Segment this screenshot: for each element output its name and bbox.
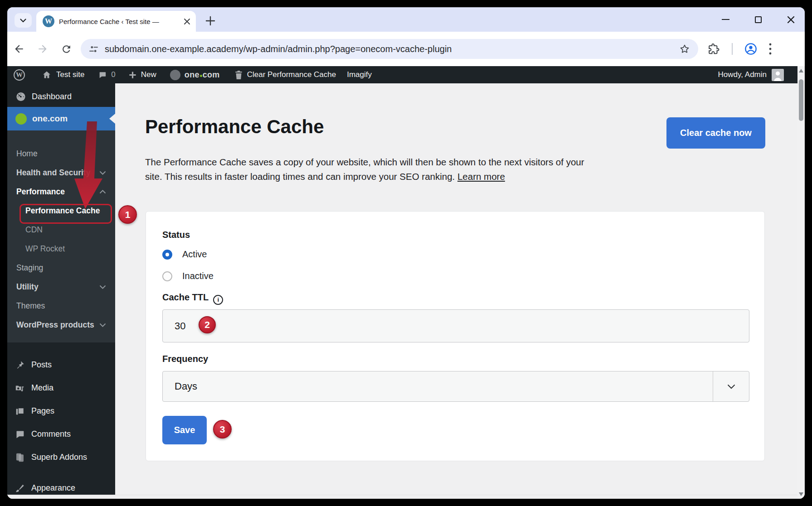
toolbar-divider — [732, 43, 733, 55]
wp-main-menu: Posts Media Pages Comments Superb Addons… — [7, 342, 115, 499]
save-button[interactable]: Save — [162, 416, 207, 444]
bookmark-star-icon[interactable] — [679, 43, 690, 54]
sidebar-item-comments[interactable]: Comments — [7, 423, 115, 446]
sidebar-item-wordpress-products[interactable]: WordPress products — [7, 315, 115, 334]
scroll-down-icon[interactable] — [797, 492, 805, 496]
extensions-icon[interactable] — [708, 43, 720, 55]
browser-toolbar: subdomain.one-example.academy/wp-admin/a… — [7, 32, 805, 66]
browser-window: W Performance Cache ‹ Test site — — [7, 7, 805, 499]
tab-close-icon[interactable] — [184, 18, 190, 25]
wordpress-logo-icon: W — [14, 69, 25, 81]
addons-icon — [15, 452, 25, 463]
admin-bar-imagify[interactable]: Imagify — [347, 70, 372, 79]
sidebar-item-utility[interactable]: Utility — [7, 277, 115, 296]
onecom-green-icon — [15, 113, 27, 125]
sidebar-item-posts[interactable]: Posts — [7, 353, 115, 376]
annotation-step-2: 2 — [199, 316, 216, 333]
admin-bar-onecom[interactable]: onecom — [170, 70, 220, 80]
sidebar-item-themes[interactable]: Themes — [7, 296, 115, 315]
site-controls-icon[interactable] — [89, 44, 98, 54]
browser-tab[interactable]: W Performance Cache ‹ Test site — — [36, 11, 196, 32]
page-description: The Performance Cache saves a copy of yo… — [145, 155, 589, 184]
back-arrow-icon — [13, 43, 25, 55]
chevron-down-icon — [99, 285, 106, 289]
annotation-step-3: 3 — [213, 420, 232, 439]
cache-ttl-input[interactable] — [162, 309, 749, 342]
pushpin-icon — [15, 360, 25, 370]
sidebar-item-wp-rocket[interactable]: WP Rocket — [7, 239, 115, 258]
imagify-label: Imagify — [347, 70, 372, 79]
admin-bar-account[interactable]: Howdy, Admin — [718, 69, 797, 81]
sidebar-item-label: Dashboard — [32, 92, 72, 101]
green-dot-icon — [200, 75, 202, 77]
annotation-step-1: 1 — [118, 205, 137, 224]
tab-title: Performance Cache ‹ Test site — — [59, 18, 179, 25]
home-icon — [41, 70, 52, 79]
status-label: Status — [162, 230, 190, 240]
address-bar[interactable]: subdomain.one-example.academy/wp-admin/a… — [81, 39, 698, 59]
admin-bar-comments[interactable]: 0 — [98, 70, 115, 79]
select-chevron-zone[interactable] — [713, 371, 749, 401]
comment-count: 0 — [111, 70, 115, 79]
scrollbar-thumb[interactable] — [799, 79, 803, 121]
admin-bar-site-link[interactable]: Test site — [41, 70, 84, 79]
reload-icon — [61, 43, 72, 55]
page-title: Performance Cache — [145, 116, 324, 138]
frequency-value: Days — [163, 381, 713, 392]
sidebar-item-media[interactable]: Media — [7, 376, 115, 400]
onecom-label: onecom — [185, 70, 220, 80]
forward-arrow-icon — [37, 43, 49, 55]
sidebar-item-staging[interactable]: Staging — [7, 258, 115, 277]
learn-more-link[interactable]: Learn more — [457, 171, 505, 182]
tab-search-button[interactable] — [15, 13, 32, 28]
chevron-down-icon — [99, 323, 106, 327]
browser-titlebar: W Performance Cache ‹ Test site — — [7, 7, 805, 32]
sidebar-item-pages[interactable]: Pages — [7, 400, 115, 423]
comment-bubble-icon — [98, 71, 107, 79]
annotation-arrow — [72, 121, 112, 210]
admin-bar-new[interactable]: New — [128, 70, 156, 79]
chevron-down-icon — [727, 384, 735, 389]
trash-icon — [234, 70, 243, 80]
menu-kebab-icon[interactable] — [769, 43, 772, 55]
radio-selected-icon[interactable] — [162, 250, 172, 260]
dashboard-icon — [15, 92, 26, 102]
cache-ttl-label: Cache TTLi — [162, 292, 223, 305]
scroll-up-icon[interactable] — [797, 69, 805, 72]
page-bottom-strip — [7, 495, 797, 499]
clear-cache-label: Clear Performance Cache — [247, 70, 336, 79]
admin-bar-clear-cache[interactable]: Clear Performance Cache — [234, 70, 336, 80]
annotation-box-step1 — [19, 204, 112, 224]
onecom-logo-icon — [170, 70, 180, 80]
status-option-active[interactable]: Active — [162, 249, 207, 260]
back-button[interactable] — [7, 43, 31, 55]
info-icon[interactable]: i — [213, 295, 223, 305]
clear-cache-now-button[interactable]: Clear cache now — [666, 117, 765, 149]
chevron-down-icon — [20, 19, 26, 23]
wordpress-favicon-icon: W — [43, 15, 54, 27]
paintbrush-icon — [15, 483, 25, 493]
minimize-button[interactable] — [722, 19, 729, 20]
new-tab-button[interactable] — [204, 14, 217, 27]
pages-icon — [15, 406, 25, 416]
reload-button[interactable] — [54, 43, 78, 55]
url-text[interactable]: subdomain.one-example.academy/wp-admin/a… — [105, 44, 679, 54]
page-scrollbar[interactable] — [797, 66, 805, 499]
comment-bubble-icon — [15, 430, 25, 439]
forward-button[interactable] — [31, 43, 54, 55]
close-button[interactable] — [787, 16, 795, 24]
maximize-button[interactable] — [755, 16, 762, 23]
settings-card: Status Active Inactive Cache TTLi Freque… — [146, 211, 765, 461]
profile-icon[interactable] — [744, 43, 757, 55]
wp-logo-menu[interactable]: W — [14, 69, 25, 81]
radio-unselected-icon[interactable] — [162, 271, 172, 281]
sidebar-item-dashboard[interactable]: Dashboard — [7, 86, 115, 107]
frequency-label: Frequency — [162, 354, 208, 364]
status-option-inactive[interactable]: Inactive — [162, 271, 214, 281]
sidebar-item-label: one.com — [32, 114, 68, 124]
frequency-select[interactable]: Days — [162, 371, 749, 402]
sidebar-item-superb-addons[interactable]: Superb Addons — [7, 446, 115, 469]
media-icon — [15, 383, 25, 393]
plus-icon — [205, 16, 215, 26]
avatar — [772, 69, 784, 81]
